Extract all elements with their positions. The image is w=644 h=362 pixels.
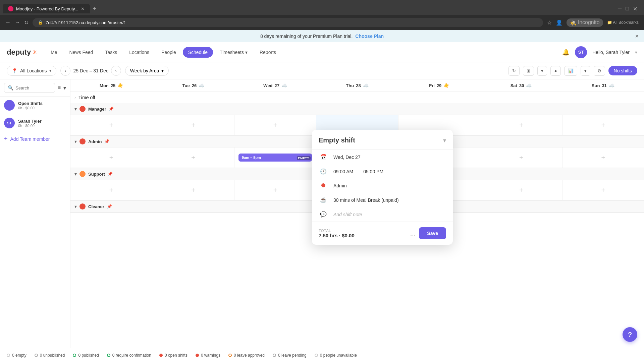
address-bar[interactable]: 🔒 7cf47d19112152.na.deputy.com/#roster/1 [33,18,543,27]
area-admin-pin-icon: 📌 [104,139,109,144]
add-shift-sat-icon[interactable]: + [519,122,523,128]
nav-me[interactable]: Me [45,47,62,58]
sidebar-item-open-shifts[interactable]: Open Shifts 0h · $0.00 [0,97,70,114]
chart-button[interactable]: 📊 [564,66,577,76]
filter-button[interactable]: ▾ [537,66,547,76]
open-shifts-name: Open Shifts [18,101,66,106]
chart-chevron-button[interactable]: ▾ [581,66,590,76]
popup-more-button[interactable]: ... [410,230,416,237]
hello-text[interactable]: Hello, Sarah Tyler [592,50,630,55]
add-shift-wed-icon[interactable]: + [273,122,277,128]
search-input[interactable] [15,85,42,90]
add-admin-shift-tue-icon[interactable]: + [191,154,195,161]
reload-button[interactable]: ↻ [24,19,29,26]
user-menu-chevron-icon[interactable]: ▾ [635,50,637,55]
manager-cell-sun[interactable]: + [562,115,644,135]
add-member-label: Add Team member [10,136,50,142]
popup-break-row: ☕ 30 mins of Meal Break (unpaid) [312,193,453,207]
time-off-toggle-icon[interactable]: › [74,95,76,100]
add-shift-sun-icon[interactable]: + [601,122,605,128]
forward-button[interactable]: → [15,19,20,25]
support-cell-mon[interactable]: + [70,180,152,200]
refresh-button[interactable]: ↻ [508,66,520,76]
nav-tasks[interactable]: Tasks [100,47,122,58]
bookmark-star-icon[interactable]: ☆ [547,19,552,26]
next-week-button[interactable]: › [111,66,121,76]
area-support-dot [79,171,86,177]
timesheets-chevron-icon: ▾ [245,50,248,55]
search-box[interactable]: 🔍 [4,83,55,93]
add-admin-shift-sat-icon[interactable]: + [519,154,523,161]
profile-icon[interactable]: 👤 [556,19,562,26]
support-cell-sun[interactable]: + [562,180,644,200]
add-admin-shift-mon-icon[interactable]: + [109,154,113,161]
help-button[interactable]: ? [623,327,637,342]
back-button[interactable]: ← [5,19,11,25]
support-cell-wed[interactable]: + [234,180,316,200]
layout-button[interactable]: ⊞ [523,66,534,76]
admin-cell-sun[interactable]: + [562,147,644,168]
add-team-member-button[interactable]: + Add Team member [0,132,70,146]
nav-locations[interactable]: Locations [124,47,155,58]
support-cell-sat[interactable]: + [480,180,562,200]
tue-num: 26 [192,83,197,88]
sidebar-view-toggle-icon[interactable]: ≡ [58,85,61,91]
manager-cell-tue[interactable]: + [152,115,234,135]
nav-timesheets[interactable]: Timesheets ▾ [214,47,253,58]
add-admin-shift-sun-icon[interactable]: + [601,154,605,161]
new-tab-button[interactable]: + [90,4,99,14]
nav-schedule[interactable]: Schedule [183,47,213,58]
banner-close-icon[interactable]: × [635,33,639,40]
location-selector[interactable]: 📍 All Locations ▾ [7,66,56,76]
view-selector[interactable]: Week by Area ▾ [125,66,169,76]
add-support-shift-tue-icon[interactable]: + [191,187,195,193]
notifications-button[interactable]: ● [550,66,560,76]
add-shift-tue-icon[interactable]: + [191,122,195,128]
popup-time[interactable]: 09:00 AM — 05:00 PM [333,169,383,174]
popup-footer-actions: ... Save [410,227,446,239]
add-support-shift-wed-icon[interactable]: + [273,187,277,193]
add-support-shift-sun-icon[interactable]: + [601,187,605,193]
manager-cell-wed[interactable]: + [234,115,316,135]
admin-cell-mon[interactable]: + [70,147,152,168]
nav-people[interactable]: People [156,47,181,58]
close-icon[interactable]: ✕ [633,6,637,12]
tab-close-icon[interactable]: ✕ [81,6,85,11]
admin-shift-block[interactable]: 9am – 5pm EMPTY [238,154,312,162]
status-unavailable-dot [315,354,318,357]
prev-week-button[interactable]: ‹ [60,66,70,76]
add-support-shift-sat-icon[interactable]: + [519,187,523,193]
support-cell-tue[interactable]: + [152,180,234,200]
minimize-icon[interactable]: ─ [618,6,622,12]
manager-cell-mon[interactable]: + [70,115,152,135]
nav-news-feed[interactable]: News Feed [64,47,99,58]
area-support-name: Support [88,172,105,177]
day-header-sat: Sat 30 ☁️ [480,79,562,92]
sidebar-item-sarah-tyler[interactable]: ST Sarah Tyler 0h · $0.00 [0,114,70,132]
settings-button[interactable]: ⚙ [594,66,605,76]
bell-icon[interactable]: 🔔 [562,49,570,56]
choose-plan-link[interactable]: Choose Plan [355,34,384,39]
browser-tab[interactable]: Moodjoy - Powered By Deputy... ✕ [3,4,90,13]
sidebar-sort-chevron-icon[interactable]: ▾ [63,85,66,91]
logo[interactable]: deputy ✳ [7,48,37,57]
area-manager-toggle-icon[interactable]: ▾ [74,106,77,112]
manager-cell-sat[interactable]: + [480,115,562,135]
popup-menu-icon[interactable]: ▾ [443,137,446,144]
location-chevron-icon: ▾ [49,68,51,73]
area-support-toggle-icon[interactable]: ▾ [74,171,77,177]
add-support-shift-mon-icon[interactable]: + [109,187,113,193]
maximize-icon[interactable]: □ [626,6,629,12]
popup-save-button[interactable]: Save [419,227,446,239]
area-admin-toggle-icon[interactable]: ▾ [74,139,77,144]
status-unpublished-label: 0 unpublished [40,353,65,358]
popup-total-label: Total [319,229,355,233]
popup-note[interactable]: Add shift note [333,212,362,217]
add-shift-mon-icon[interactable]: + [109,122,113,128]
area-cleaner-toggle-icon[interactable]: ▾ [74,204,77,209]
nav-reports[interactable]: Reports [254,47,281,58]
admin-cell-wed[interactable]: 9am – 5pm EMPTY [234,147,316,168]
area-admin-dot [79,138,86,144]
admin-cell-tue[interactable]: + [152,147,234,168]
admin-cell-sat[interactable]: + [480,147,562,168]
